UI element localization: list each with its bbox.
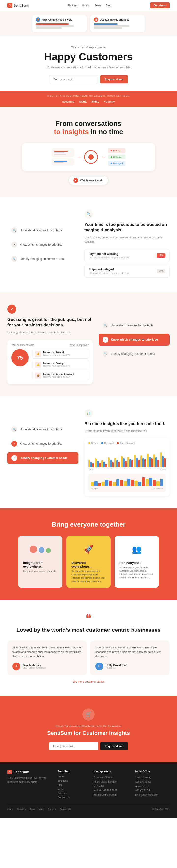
notification-card-1: 📦 New: Contactless delivery <box>32 15 86 32</box>
improve3-icon: 📦 <box>35 373 41 378</box>
notif2-title: Update: Weekly priorities <box>100 19 129 21</box>
score-value: 75 <box>17 354 23 361</box>
bar-1 <box>129 459 131 467</box>
bar-0 <box>160 452 162 467</box>
feature2-steps: 🔍 Understand reasons for contacts ✓ Know… <box>99 305 170 360</box>
feature1-badge: 🔍 <box>84 210 93 219</box>
bottom-bar-14 <box>142 477 145 486</box>
bar-group <box>108 457 114 467</box>
bring-card3-desc: Siti connects to your favourite Customer… <box>119 566 154 579</box>
nav-platform[interactable]: Platform <box>68 4 78 7</box>
flow-tag-label-1: Refund <box>113 149 120 152</box>
improve2-icon: ⚠️ <box>35 362 41 368</box>
footer-col-2: Headquarters 7 Pancras Square Kings Cros… <box>94 770 128 799</box>
footer-top: S SentiSum 1000 Customers brand level se… <box>7 770 170 799</box>
f3-step1-label: Understand reasons for contacts <box>20 428 62 431</box>
step1-icon: 🔍 <box>11 227 17 233</box>
nav-team[interactable]: Team <box>95 4 102 7</box>
bottom-x-end: 31 December <box>151 488 163 490</box>
author2-avatar: H <box>95 662 103 671</box>
testimonial-cards: AI at overarching (brand level). SentiSu… <box>7 641 170 675</box>
conversations-headline: From conversations to insights in no tim… <box>7 119 170 136</box>
insight2-label: Shipment delayed <box>88 268 129 271</box>
feature2-desc: Leverage data driven prioritisation and … <box>7 330 93 335</box>
f3-step2[interactable]: ✓ Know which changes to prioritise <box>7 438 78 450</box>
f3-step3-active[interactable]: ✓ Identify changing customer needs <box>7 452 78 464</box>
bottom-cta-email[interactable] <box>49 742 98 750</box>
author2-info: Holly Broadbent Heads CA <box>106 664 127 669</box>
improve-row-1: 💰 Focus on: Refund Improve your score by… <box>32 349 89 359</box>
hero-headline: Happy Customers <box>7 51 170 63</box>
bar-0 <box>134 455 136 467</box>
notif1-bar3 <box>36 27 62 29</box>
f3-step1[interactable]: 🔍 Understand reasons for contacts <box>7 424 78 435</box>
feature3-content: 📊 Bin stale insights like you bin stale … <box>84 409 170 496</box>
bottom-cta-button[interactable]: Request demo <box>100 742 128 750</box>
f2-step2-label: Know which changes to prioritise <box>111 338 158 341</box>
logo-icon: S <box>7 3 12 8</box>
nav-cta-button[interactable]: Get demo <box>150 2 170 8</box>
feature1-content: 🔍 Your time is too precious to be wasted… <box>84 210 170 280</box>
step3-icon: 🔍 <box>11 256 17 262</box>
footer-link-blog[interactable]: Blog <box>58 783 86 786</box>
watch-how-button[interactable]: ▶ Watch How it works <box>69 176 108 185</box>
footer-link-careers[interactable]: Careers <box>58 792 86 795</box>
feature1-desc: Use AI to stay on top of customer sentim… <box>84 236 170 244</box>
author1-avatar: J <box>12 662 20 671</box>
footer-nav-blog[interactable]: Blog <box>30 808 35 810</box>
bar-group <box>160 452 166 467</box>
bar-0 <box>140 455 142 467</box>
bar-0 <box>108 457 110 467</box>
bar-2 <box>138 460 140 467</box>
bottom-chart-bars <box>91 476 163 486</box>
legend-refund-dot <box>88 442 90 444</box>
feature-section-1: 🔍 Understand reasons for contacts ✓ Know… <box>0 197 177 292</box>
bar-group <box>153 454 159 467</box>
nav-unison[interactable]: Unison <box>82 4 91 7</box>
bring-card-everyone: 👥 For everyone! Siti connects to your fa… <box>114 536 159 588</box>
bring-card1-circles <box>30 546 51 553</box>
f2-step2-active[interactable]: ✓ Know which changes to prioritise <box>99 334 170 345</box>
conversations-section: From conversations to insights in no tim… <box>0 107 177 197</box>
footer-nav-contact[interactable]: Contact Us <box>60 808 71 810</box>
f2-step3[interactable]: 🔍 Identify changing customer needs <box>99 348 170 360</box>
f2-step1[interactable]: 🔍 Understand reasons for contacts <box>99 319 170 331</box>
author1-role: CEO, Secure Groceries <box>23 667 46 669</box>
flow-tag-3: Damaged <box>108 161 125 166</box>
footer-link-contact[interactable]: Contact Us <box>58 796 86 799</box>
hero-email-input[interactable] <box>49 75 98 84</box>
see-more-link[interactable]: See more customer stories <box>72 680 104 683</box>
footer-link-solutions[interactable]: Solutions <box>58 779 86 782</box>
testimonial-card-2: Uses AI to distill customer conversation… <box>91 641 170 675</box>
hero-cta-button[interactable]: Request demo <box>100 75 128 84</box>
notif2-bar3 <box>94 27 122 29</box>
bottom-bar-9 <box>123 481 127 486</box>
footer-nav-home[interactable]: Home <box>7 808 13 810</box>
f2-step3-icon: 🔍 <box>103 351 108 357</box>
footer: S SentiSum 1000 Customers brand level se… <box>0 763 177 818</box>
improve1-desc: Improve your score by 8.76 <box>43 354 86 356</box>
footer-nav-voice[interactable]: Voice <box>39 808 44 810</box>
testimonials-section: ❝ Loved by the world's most customer cen… <box>0 600 177 696</box>
nav-blog[interactable]: Blog <box>106 4 111 7</box>
feature-section-3: 🔍 Understand reasons for contacts ✓ Know… <box>0 397 177 509</box>
bottom-chart-x: 1 August 31 December <box>91 488 163 490</box>
improve-row-2: ⚠️ Focus on: Damage Improve your score b… <box>32 360 89 369</box>
footer-nav-careers[interactable]: Careers <box>48 808 56 810</box>
footer-nav-solutions[interactable]: Solutions <box>17 808 26 810</box>
flow-item-2 <box>51 158 74 166</box>
bar-1 <box>103 462 105 467</box>
step3-identify[interactable]: 🔍 Identify changing customer needs <box>7 253 78 265</box>
score-circle: 75 <box>11 349 29 367</box>
insight-row-2: Shipment delayed 132 less tickets raised… <box>84 265 170 278</box>
bar-1 <box>155 457 157 467</box>
bottom-bar-1 <box>95 481 98 486</box>
step2-prioritise[interactable]: ✓ Know which changes to prioritise <box>7 239 78 251</box>
footer-link-voice[interactable]: Voice <box>58 788 86 790</box>
step1-understand[interactable]: 🔍 Understand reasons for contacts <box>7 224 78 236</box>
nav-logo[interactable]: S SentiSum <box>7 3 29 8</box>
footer-link-home[interactable]: Home <box>58 775 86 778</box>
bottom-bar-18 <box>156 481 160 486</box>
footer-copyright: © SentiSum 2021 <box>152 808 170 810</box>
testimonial2-text: Uses AI to distill customer conversation… <box>95 646 165 658</box>
